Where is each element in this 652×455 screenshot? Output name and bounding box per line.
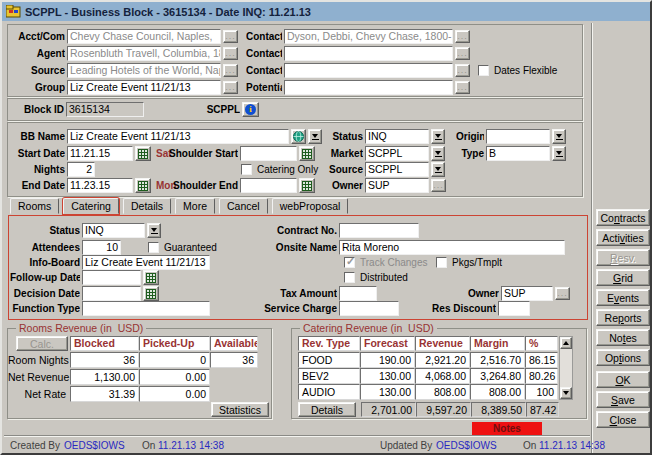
owner-input[interactable]: SUP bbox=[365, 178, 429, 193]
market-dropdown-button[interactable] bbox=[431, 146, 445, 161]
tab-webproposal[interactable]: webProposal bbox=[272, 198, 349, 214]
track-changes-checkbox[interactable] bbox=[344, 257, 355, 268]
side-divider bbox=[591, 23, 593, 455]
catering-revenue-row[interactable]: FOOD 190.00 2,921.20 2,516.70 86.15 bbox=[298, 352, 558, 368]
catering-revenue-row[interactable]: AUDIO 130.00 808.00 808.00 100 bbox=[298, 384, 558, 400]
nights-label: Nights bbox=[12, 164, 65, 175]
chevron-down-icon bbox=[435, 167, 441, 171]
acct-com-browse-button[interactable]: ... bbox=[223, 30, 238, 43]
calendar-icon bbox=[146, 289, 156, 299]
follow-up-date-input[interactable] bbox=[82, 270, 141, 285]
source-account-field[interactable]: Leading Hotels of the World, Naples, bbox=[67, 63, 221, 78]
app-icon[interactable] bbox=[6, 5, 21, 18]
save-button[interactable]: Save bbox=[596, 391, 650, 408]
distributed-checkbox[interactable] bbox=[344, 272, 355, 283]
source-dropdown-button[interactable] bbox=[431, 162, 445, 177]
statistics-button[interactable]: Statistics bbox=[211, 402, 269, 417]
tab-rooms[interactable]: Rooms bbox=[10, 198, 59, 214]
source-select[interactable]: SCPPL bbox=[365, 162, 429, 177]
catering-status-select[interactable]: INQ bbox=[82, 223, 145, 238]
potential-browse-button[interactable]: ... bbox=[455, 81, 470, 94]
end-date-input[interactable]: 11.23.15 bbox=[67, 178, 133, 193]
reports-button[interactable]: Reports bbox=[596, 309, 650, 326]
updated-by-value: OEDS$IOWS bbox=[436, 440, 497, 451]
group-browse-button[interactable]: ... bbox=[223, 81, 238, 94]
status-select[interactable]: INQ bbox=[365, 129, 429, 144]
catering-owner-input[interactable]: SUP bbox=[501, 286, 553, 301]
type-dropdown-button[interactable] bbox=[552, 146, 566, 161]
title-bar[interactable]: SCPPL - Business Block - 3615134 - Date … bbox=[2, 2, 650, 21]
catering-revenue-row[interactable]: BEV2 130.00 4,068.00 3,264.80 80.26 bbox=[298, 368, 558, 384]
tax-amount-input[interactable] bbox=[339, 286, 377, 301]
grid-button[interactable]: Grid bbox=[596, 269, 650, 286]
function-type-input[interactable] bbox=[82, 301, 210, 316]
agent-field[interactable]: Rosenbluth Travell, Columbia, 1800-r bbox=[67, 46, 221, 61]
nights-input[interactable]: 2 bbox=[67, 162, 95, 177]
tab-details[interactable]: Details bbox=[123, 198, 171, 214]
onsite-name-input[interactable]: Rita Moreno bbox=[339, 240, 565, 255]
property-info-button[interactable] bbox=[242, 102, 259, 117]
calc-button[interactable]: Calc. bbox=[16, 336, 68, 351]
scrollbar-up-button[interactable] bbox=[560, 337, 572, 349]
bb-name-globe-button[interactable] bbox=[291, 129, 306, 144]
ok-button[interactable]: OK bbox=[596, 371, 650, 388]
origin-dropdown-button[interactable] bbox=[552, 129, 566, 144]
owner-browse-button[interactable]: ... bbox=[431, 179, 446, 192]
info-board-label: Info-Board bbox=[10, 257, 80, 268]
scrollbar-down-button[interactable] bbox=[560, 387, 572, 399]
acct-com-field[interactable]: Chevy Chase Council, Naples, bbox=[67, 29, 221, 44]
contracts-button[interactable]: Contracts bbox=[596, 209, 650, 226]
tab-more[interactable]: More bbox=[175, 198, 215, 214]
contact-2-field[interactable] bbox=[284, 46, 453, 61]
source-account-browse-button[interactable]: ... bbox=[223, 64, 238, 77]
shoulder-start-calendar-button[interactable] bbox=[299, 146, 315, 161]
type-select[interactable]: B bbox=[486, 146, 550, 161]
contract-no-input[interactable] bbox=[339, 223, 419, 238]
tab-cancel[interactable]: Cancel bbox=[219, 198, 268, 214]
catering-owner-browse-button[interactable]: ... bbox=[555, 287, 570, 300]
res-discount-input[interactable] bbox=[498, 301, 530, 316]
bb-name-input[interactable]: Liz Create Event 11/21/13 bbox=[67, 129, 289, 144]
catering-only-label: Catering Only bbox=[257, 164, 318, 175]
shoulder-start-input[interactable] bbox=[240, 146, 297, 161]
catering-status-dropdown-button[interactable] bbox=[147, 223, 161, 238]
events-button[interactable]: Events bbox=[596, 289, 650, 306]
notes-badge[interactable]: Notes bbox=[472, 422, 542, 435]
shoulder-end-calendar-button[interactable] bbox=[299, 178, 315, 193]
notes-button[interactable]: Notes bbox=[596, 329, 650, 346]
bb-name-dropdown-button[interactable] bbox=[308, 129, 322, 144]
origin-select[interactable] bbox=[486, 129, 550, 144]
close-button[interactable]: Close bbox=[596, 411, 650, 428]
status-dropdown-button[interactable] bbox=[431, 129, 445, 144]
created-on-label: On bbox=[142, 440, 155, 451]
contact-2-browse-button[interactable]: ... bbox=[455, 47, 470, 60]
dates-flexible-checkbox[interactable] bbox=[478, 65, 489, 76]
potential-field[interactable] bbox=[284, 80, 453, 95]
contact-1-field[interactable]: Dyson, Debbi, Chevy Chase, 1800-123- bbox=[284, 29, 453, 44]
decision-calendar-button[interactable] bbox=[143, 286, 159, 301]
catering-only-checkbox[interactable] bbox=[241, 164, 252, 175]
catering-revenue-scrollbar[interactable] bbox=[559, 336, 573, 400]
decision-date-input[interactable] bbox=[82, 286, 141, 301]
agent-browse-button[interactable]: ... bbox=[223, 47, 238, 60]
market-select[interactable]: SCPPL bbox=[365, 146, 429, 161]
guaranteed-checkbox[interactable] bbox=[148, 242, 159, 253]
contact-3-browse-button[interactable]: ... bbox=[455, 64, 470, 77]
group-field[interactable]: Liz Create Event 11/21/13 bbox=[67, 80, 221, 95]
pkgs-tmplt-checkbox[interactable] bbox=[436, 257, 447, 268]
rooms-header-available: Available bbox=[210, 336, 258, 351]
group-label: Group bbox=[12, 82, 65, 93]
details-button[interactable]: Details bbox=[298, 402, 356, 417]
service-charge-input[interactable] bbox=[339, 301, 399, 316]
contact-3-field[interactable] bbox=[284, 63, 453, 78]
options-button[interactable]: Options bbox=[596, 349, 650, 366]
info-board-input[interactable]: Liz Create Event 11/21/13 bbox=[82, 255, 210, 270]
follow-up-calendar-button[interactable] bbox=[143, 270, 159, 285]
shoulder-start-label: Shoulder Start bbox=[138, 148, 238, 159]
contact-1-browse-button[interactable]: ... bbox=[455, 30, 470, 43]
tab-catering[interactable]: Catering bbox=[63, 198, 119, 214]
shoulder-end-input[interactable] bbox=[240, 178, 297, 193]
activities-button[interactable]: Activities bbox=[596, 229, 650, 246]
start-date-input[interactable]: 11.21.15 bbox=[67, 146, 133, 161]
attendees-input[interactable]: 10 bbox=[82, 240, 121, 255]
